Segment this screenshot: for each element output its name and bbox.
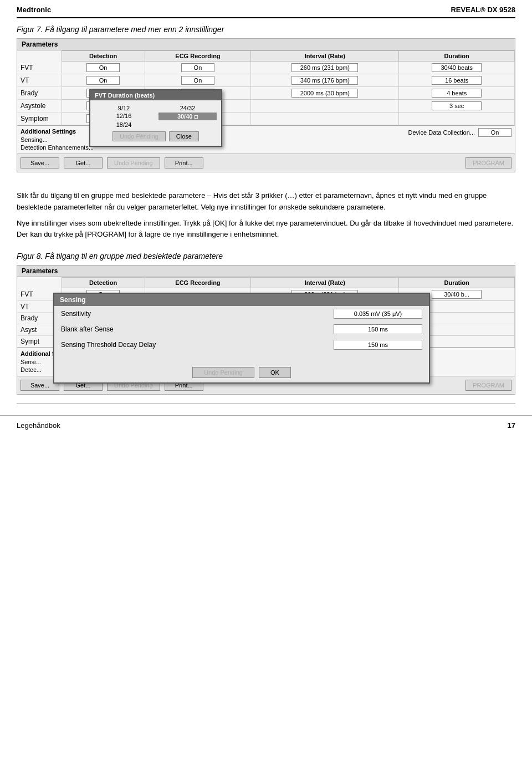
row-fvt-detection: On	[62, 62, 145, 74]
sensing-blank-label: Blank after Sense	[61, 325, 328, 333]
col8-detection: Detection	[62, 278, 145, 288]
fvt-duration-popup: FVT Duration (beats) 9/12 24/32 12/16 30…	[89, 89, 222, 147]
figure8-params-outer: Detection ECG Recording Interval (Rate) …	[17, 277, 515, 348]
popup-item[interactable]: 9/12	[95, 105, 153, 111]
text-paragraph2: Nye innstillinger vises som ubekreftede …	[17, 218, 515, 241]
get-button[interactable]: Get...	[64, 157, 103, 169]
text-section: Slik får du tilgang til en gruppe med be…	[17, 181, 515, 252]
popup-buttons: Undo Pending Close	[95, 131, 217, 141]
fvt8-duration-value[interactable]: 30/40 b...	[432, 290, 482, 299]
sensing-panel: Sensing Sensitivity 0.035 mV (35 μV) Bla…	[53, 293, 430, 384]
figure8-panel-header: Parameters	[17, 266, 515, 277]
row-brady-label: Brady	[17, 87, 62, 100]
row-vt-detection: On	[62, 74, 145, 87]
popup-item[interactable]: 18/24	[95, 121, 153, 128]
figure7-panel: Parameters Detection ECG Recording Inter…	[17, 38, 515, 172]
table-row: FVT On On 260 ms (231 bpm) 30/40 beats	[17, 62, 515, 74]
row-brady-duration: 4 beats	[399, 87, 515, 100]
fvt-ecg-value[interactable]: On	[181, 63, 214, 72]
figure8-panel: Parameters Detection ECG Recording Inter…	[17, 265, 515, 395]
sensing-popup: Sensing Sensitivity 0.035 mV (35 μV) Bla…	[53, 293, 430, 384]
page-content: Figur 7. Få tilgang til parametere med m…	[0, 25, 532, 395]
popup-undo-button[interactable]: Undo Pending	[112, 131, 166, 141]
figure7-title: Figur 7. Få tilgang til parametere med m…	[17, 25, 515, 34]
row-symptom-label: Symptom	[17, 113, 62, 125]
row-fvt-duration: 30/40 beats	[399, 62, 515, 74]
row-fvt-ecg: On	[145, 62, 251, 74]
row-fvt-interval: 260 ms (231 bpm)	[251, 62, 399, 74]
vt-interval-value[interactable]: 340 ms (176 bpm)	[291, 76, 358, 85]
sensing-buttons: Undo Pending OK	[54, 364, 429, 382]
sensing-blank-value[interactable]: 150 ms	[334, 324, 422, 334]
row-brady-interval: 2000 ms (30 bpm)	[251, 87, 399, 100]
page-footer: Legehåndbok 17	[0, 415, 532, 435]
col-duration: Duration	[399, 51, 515, 62]
col-interval: Interval (Rate)	[251, 51, 399, 62]
fvt-detection-value[interactable]: On	[86, 63, 120, 72]
row-fvt-label: FVT	[17, 62, 62, 74]
device-name: REVEAL® DX 9528	[451, 6, 515, 14]
figure8-title: Figur 8. Få tilgang til en gruppe med be…	[17, 252, 515, 261]
row-vt-duration: 16 beats	[399, 74, 515, 87]
vt-detection-value[interactable]: On	[86, 76, 120, 85]
row-symptom-interval	[251, 113, 399, 125]
header-rule	[17, 17, 515, 18]
device-collection: Device Data Collection... On	[408, 128, 511, 137]
col8-ecg: ECG Recording	[145, 278, 251, 288]
sensing-row-2: Blank after Sense 150 ms	[54, 321, 429, 337]
popup-close-button[interactable]: Close	[169, 131, 199, 141]
vt-duration-value[interactable]: 16 beats	[432, 76, 482, 85]
popup-title: FVT Duration (beats)	[90, 90, 221, 100]
row-asystole-interval	[251, 100, 399, 113]
popup-item	[158, 121, 217, 128]
sensing-link[interactable]: Sensing...	[21, 136, 94, 144]
sensing-decay-value[interactable]: 150 ms	[334, 340, 422, 350]
brady-duration-value[interactable]: 4 beats	[432, 89, 482, 98]
detection-enhancements-link[interactable]: Detection Enhancements...	[21, 144, 94, 151]
col8-interval: Interval (Rate)	[251, 278, 399, 288]
brady-interval-value[interactable]: 2000 ms (30 bpm)	[291, 89, 358, 98]
popup-item[interactable]: 24/32	[158, 105, 217, 111]
print-button[interactable]: Print...	[165, 157, 203, 169]
popup-grid: 9/12 24/32 12/16 30/40 ◘ 18/24	[95, 105, 217, 128]
vt-ecg-value[interactable]: On	[181, 76, 214, 85]
figure7-button-bar: Save... Get... Undo Pending Print... PRO…	[17, 154, 515, 172]
popup-item-selected[interactable]: 30/40 ◘	[158, 113, 217, 120]
fvt-duration-value[interactable]: 30/40 beats	[432, 63, 482, 72]
row-vt-ecg: On	[145, 74, 251, 87]
popup-content: 9/12 24/32 12/16 30/40 ◘ 18/24 Undo Pend…	[90, 100, 221, 146]
fvt-interval-value[interactable]: 260 ms (231 bpm)	[291, 63, 358, 72]
sensing-ok-button[interactable]: OK	[259, 367, 291, 378]
device-collection-value[interactable]: On	[478, 128, 511, 137]
figure8-program-button[interactable]: PROGRAM	[466, 380, 511, 391]
additional-settings-header: Additional Settings	[21, 128, 94, 135]
sensing-row-1: Sensitivity 0.035 mV (35 μV)	[54, 306, 429, 321]
save-button[interactable]: Save...	[21, 157, 59, 169]
program-button[interactable]: PROGRAM	[466, 157, 511, 169]
sensing-sensitivity-label: Sensitivity	[61, 310, 328, 318]
table-row: VT On On 340 ms (176 bpm) 16 beats	[17, 74, 515, 87]
undo-button[interactable]: Undo Pending	[107, 157, 160, 169]
footer-text: Legehåndbok	[17, 421, 60, 430]
popup-item[interactable]: 12/16	[95, 113, 153, 120]
page-header: Medtronic REVEAL® DX 9528	[0, 0, 532, 17]
figure7-panel-header: Parameters	[17, 39, 515, 50]
sensing-decay-label: Sensing Threshold Decay Delay	[61, 341, 328, 349]
page-number: 17	[508, 421, 515, 430]
asystole-duration-value[interactable]: 3 sec	[432, 101, 482, 110]
sensing-sensitivity-value[interactable]: 0.035 mV (35 μV)	[334, 309, 422, 319]
col-ecg: ECG Recording	[145, 51, 251, 62]
col-detection: Detection	[62, 51, 145, 62]
sensing-undo-button[interactable]: Undo Pending	[192, 367, 254, 378]
sensing-row-3: Sensing Threshold Decay Delay 150 ms	[54, 337, 429, 353]
brand-name: Medtronic	[17, 6, 51, 14]
device-collection-label: Device Data Collection...	[408, 129, 475, 136]
sensing-title: Sensing	[54, 294, 429, 306]
popup-dialog: FVT Duration (beats) 9/12 24/32 12/16 30…	[89, 89, 222, 147]
figure7-params-outer: Detection ECG Recording Interval (Rate) …	[17, 50, 515, 125]
row-symptom-duration	[399, 113, 515, 125]
text-paragraph1: Slik får du tilgang til en gruppe med be…	[17, 190, 515, 213]
row-vt-interval: 340 ms (176 bpm)	[251, 74, 399, 87]
footer-rule	[17, 404, 515, 404]
row-asystole-duration: 3 sec	[399, 100, 515, 113]
